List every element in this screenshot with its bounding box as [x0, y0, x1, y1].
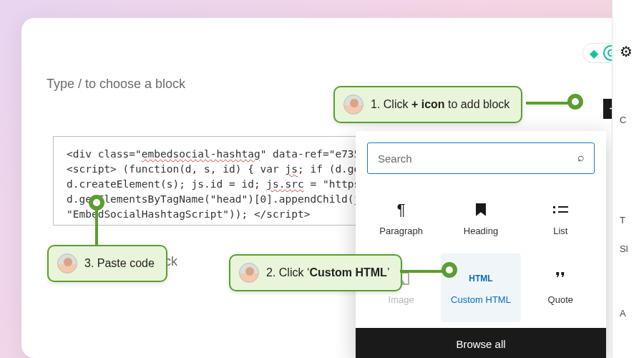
avatar: [57, 253, 77, 274]
block-label: Image: [389, 294, 414, 305]
browse-all-button[interactable]: Browse all: [356, 328, 606, 358]
block-inserter-popover: ⌕ ¶ Paragraph Heading List Image: [356, 131, 606, 358]
sidebar-label: T: [620, 215, 625, 226]
annotation-text: 3. Paste code: [84, 257, 155, 270]
code-text: d.createElement(s); js.id = id;: [67, 178, 266, 190]
settings-sidebar: ⚙ C T Sl A: [612, 0, 644, 358]
block-label: Paragraph: [379, 226, 423, 236]
quote-icon: ❜❜: [555, 270, 565, 287]
code-text: <div class=": [67, 148, 142, 160]
block-label: Custom HTML: [451, 294, 511, 305]
editor-frame: ◆ G Type / to choose a block <div class=…: [21, 18, 644, 358]
paragraph-icon: ¶: [397, 201, 406, 218]
sidebar-label: C: [620, 115, 626, 125]
block-label: Heading: [464, 226, 498, 236]
annotation-connector: [95, 209, 98, 246]
block-heading[interactable]: Heading: [441, 184, 520, 253]
code-text: js: [286, 163, 298, 175]
code-text: "EmbedSocialHashtagScript")); </script>: [67, 208, 310, 220]
avatar: [343, 95, 364, 115]
annotation-connector: [526, 102, 570, 105]
html-icon: HTML: [469, 270, 492, 287]
block-placeholder[interactable]: Type / to choose a block: [47, 77, 185, 92]
bookmark-icon: [476, 201, 486, 218]
block-label: List: [553, 226, 567, 236]
annotation-ring: [567, 94, 583, 110]
block-paragraph[interactable]: ¶ Paragraph: [361, 184, 441, 253]
annotation-step2: 2. Click ‘Custom HTML’: [229, 254, 402, 291]
block-search-input[interactable]: [367, 142, 595, 174]
annotation-connector: [400, 270, 444, 273]
list-icon: [553, 201, 568, 218]
sidebar-label: A: [620, 308, 626, 319]
annotation-ring: [89, 195, 104, 211]
code-text: ementsByTagName("head")[0].appendChild(: [110, 193, 353, 205]
settings-gear-icon[interactable]: ⚙: [620, 43, 633, 60]
annotation-step1: 1. Click + icon to add block: [333, 86, 522, 123]
sidebar-label: Sl: [620, 243, 628, 254]
block-label: Quote: [548, 294, 573, 305]
code-text: js.src: [266, 178, 303, 190]
annotation-text: 2. Click ‘Custom HTML’: [266, 266, 389, 279]
annotation-step3: 3. Paste code: [47, 245, 167, 282]
lightbulb-icon: ◆: [586, 45, 602, 61]
code-text: <script> (function(d, s, id) { var: [67, 163, 286, 175]
annotation-text: 1. Click + icon to add block: [371, 98, 509, 111]
block-list[interactable]: List: [521, 184, 600, 253]
annotation-ring: [441, 262, 457, 278]
block-quote[interactable]: ❜❜ Quote: [521, 253, 600, 323]
avatar: [239, 263, 259, 283]
code-text: embedsocial-hashtag: [142, 148, 260, 160]
search-icon: ⌕: [577, 151, 585, 164]
